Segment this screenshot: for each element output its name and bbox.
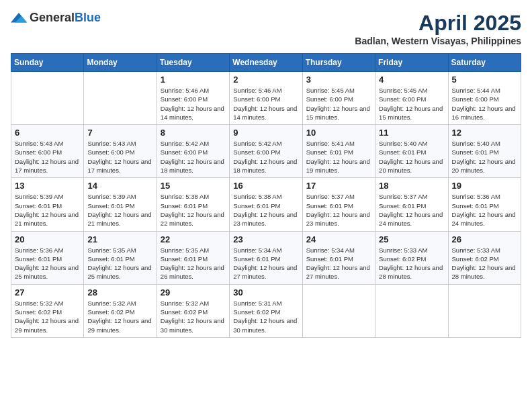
calendar-cell: 4Sunrise: 5:45 AMSunset: 6:00 PMDaylight… [375, 72, 448, 125]
weekday-header-friday: Friday [375, 54, 448, 72]
calendar-cell: 25Sunrise: 5:33 AMSunset: 6:02 PMDayligh… [375, 231, 448, 284]
day-info: Sunrise: 5:39 AMSunset: 6:01 PMDaylight:… [87, 192, 152, 228]
day-number: 25 [379, 234, 444, 244]
day-info: Sunrise: 5:45 AMSunset: 6:00 PMDaylight:… [306, 86, 371, 122]
day-number: 8 [161, 128, 226, 138]
calendar-cell [448, 284, 521, 337]
calendar-cell: 8Sunrise: 5:42 AMSunset: 6:00 PMDaylight… [157, 125, 229, 178]
day-number: 9 [233, 128, 298, 138]
day-info: Sunrise: 5:40 AMSunset: 6:01 PMDaylight:… [452, 139, 517, 175]
weekday-header-tuesday: Tuesday [157, 54, 229, 72]
day-number: 4 [379, 75, 444, 85]
day-number: 17 [306, 181, 371, 191]
day-info: Sunrise: 5:32 AMSunset: 6:02 PMDaylight:… [87, 299, 152, 334]
day-number: 26 [452, 234, 517, 244]
day-info: Sunrise: 5:41 AMSunset: 6:01 PMDaylight:… [306, 139, 371, 175]
calendar-cell: 7Sunrise: 5:43 AMSunset: 6:00 PMDaylight… [84, 125, 157, 178]
day-number: 1 [161, 75, 226, 85]
day-number: 20 [15, 234, 80, 244]
calendar-cell: 1Sunrise: 5:46 AMSunset: 6:00 PMDaylight… [157, 72, 229, 125]
day-info: Sunrise: 5:46 AMSunset: 6:00 PMDaylight:… [233, 86, 298, 122]
day-info: Sunrise: 5:45 AMSunset: 6:00 PMDaylight:… [379, 86, 444, 122]
calendar-cell: 26Sunrise: 5:33 AMSunset: 6:02 PMDayligh… [448, 231, 521, 284]
weekday-header-sunday: Sunday [11, 54, 84, 72]
day-number: 13 [15, 181, 80, 191]
calendar-cell [84, 72, 157, 125]
day-number: 2 [233, 75, 298, 85]
calendar-cell [302, 284, 375, 337]
logo-icon [11, 11, 27, 25]
weekday-header-thursday: Thursday [302, 54, 375, 72]
weekday-header-wednesday: Wednesday [230, 54, 302, 72]
day-info: Sunrise: 5:36 AMSunset: 6:01 PMDaylight:… [452, 192, 517, 228]
calendar-cell: 30Sunrise: 5:31 AMSunset: 6:02 PMDayligh… [230, 284, 302, 337]
day-info: Sunrise: 5:31 AMSunset: 6:02 PMDaylight:… [233, 299, 298, 334]
day-number: 3 [306, 75, 371, 85]
day-info: Sunrise: 5:42 AMSunset: 6:00 PMDaylight:… [161, 139, 226, 175]
day-info: Sunrise: 5:37 AMSunset: 6:01 PMDaylight:… [306, 192, 371, 228]
title-block: April 2025 Badlan, Western Visayas, Phil… [355, 11, 521, 46]
day-info: Sunrise: 5:34 AMSunset: 6:01 PMDaylight:… [306, 246, 371, 281]
logo-general: General [30, 11, 75, 24]
calendar-cell: 14Sunrise: 5:39 AMSunset: 6:01 PMDayligh… [84, 178, 157, 231]
day-info: Sunrise: 5:44 AMSunset: 6:00 PMDaylight:… [452, 86, 517, 122]
calendar-title: April 2025 [355, 11, 521, 36]
calendar-cell: 22Sunrise: 5:35 AMSunset: 6:01 PMDayligh… [157, 231, 229, 284]
calendar-cell: 10Sunrise: 5:41 AMSunset: 6:01 PMDayligh… [302, 125, 375, 178]
calendar-week-3: 13Sunrise: 5:39 AMSunset: 6:01 PMDayligh… [11, 178, 521, 231]
day-info: Sunrise: 5:35 AMSunset: 6:01 PMDaylight:… [161, 246, 226, 281]
day-number: 16 [233, 181, 298, 191]
calendar-week-4: 20Sunrise: 5:36 AMSunset: 6:01 PMDayligh… [11, 231, 521, 284]
calendar-cell: 12Sunrise: 5:40 AMSunset: 6:01 PMDayligh… [448, 125, 521, 178]
day-number: 24 [306, 234, 371, 244]
page-header: GeneralBlue April 2025 Badlan, Western V… [11, 11, 521, 46]
day-number: 7 [87, 128, 152, 138]
day-info: Sunrise: 5:37 AMSunset: 6:01 PMDaylight:… [379, 192, 444, 228]
calendar-cell: 13Sunrise: 5:39 AMSunset: 6:01 PMDayligh… [11, 178, 84, 231]
day-number: 5 [452, 75, 517, 85]
day-info: Sunrise: 5:43 AMSunset: 6:00 PMDaylight:… [87, 139, 152, 175]
day-number: 18 [379, 181, 444, 191]
day-info: Sunrise: 5:40 AMSunset: 6:01 PMDaylight:… [379, 139, 444, 175]
calendar-cell: 24Sunrise: 5:34 AMSunset: 6:01 PMDayligh… [302, 231, 375, 284]
day-info: Sunrise: 5:35 AMSunset: 6:01 PMDaylight:… [87, 246, 152, 281]
calendar-week-1: 1Sunrise: 5:46 AMSunset: 6:00 PMDaylight… [11, 72, 521, 125]
day-number: 30 [233, 287, 298, 298]
calendar-week-2: 6Sunrise: 5:43 AMSunset: 6:00 PMDaylight… [11, 125, 521, 178]
calendar-cell: 19Sunrise: 5:36 AMSunset: 6:01 PMDayligh… [448, 178, 521, 231]
calendar-cell: 20Sunrise: 5:36 AMSunset: 6:01 PMDayligh… [11, 231, 84, 284]
calendar-cell: 21Sunrise: 5:35 AMSunset: 6:01 PMDayligh… [84, 231, 157, 284]
day-number: 12 [452, 128, 517, 138]
calendar-table: SundayMondayTuesdayWednesdayThursdayFrid… [11, 53, 521, 338]
logo: GeneralBlue [11, 11, 101, 25]
day-info: Sunrise: 5:33 AMSunset: 6:02 PMDaylight:… [379, 246, 444, 281]
calendar-cell: 3Sunrise: 5:45 AMSunset: 6:00 PMDaylight… [302, 72, 375, 125]
day-info: Sunrise: 5:42 AMSunset: 6:00 PMDaylight:… [233, 139, 298, 175]
calendar-cell: 6Sunrise: 5:43 AMSunset: 6:00 PMDaylight… [11, 125, 84, 178]
calendar-cell: 5Sunrise: 5:44 AMSunset: 6:00 PMDaylight… [448, 72, 521, 125]
day-number: 10 [306, 128, 371, 138]
calendar-cell: 28Sunrise: 5:32 AMSunset: 6:02 PMDayligh… [84, 284, 157, 337]
day-info: Sunrise: 5:32 AMSunset: 6:02 PMDaylight:… [161, 299, 226, 334]
day-info: Sunrise: 5:46 AMSunset: 6:00 PMDaylight:… [161, 86, 226, 122]
calendar-cell: 9Sunrise: 5:42 AMSunset: 6:00 PMDaylight… [230, 125, 302, 178]
day-info: Sunrise: 5:33 AMSunset: 6:02 PMDaylight:… [452, 246, 517, 281]
day-number: 29 [161, 287, 226, 298]
calendar-cell: 11Sunrise: 5:40 AMSunset: 6:01 PMDayligh… [375, 125, 448, 178]
calendar-cell [11, 72, 84, 125]
calendar-cell [375, 284, 448, 337]
day-number: 23 [233, 234, 298, 244]
day-number: 19 [452, 181, 517, 191]
calendar-cell: 18Sunrise: 5:37 AMSunset: 6:01 PMDayligh… [375, 178, 448, 231]
calendar-cell: 16Sunrise: 5:38 AMSunset: 6:01 PMDayligh… [230, 178, 302, 231]
calendar-cell: 2Sunrise: 5:46 AMSunset: 6:00 PMDaylight… [230, 72, 302, 125]
calendar-cell: 17Sunrise: 5:37 AMSunset: 6:01 PMDayligh… [302, 178, 375, 231]
day-number: 21 [87, 234, 152, 244]
day-info: Sunrise: 5:34 AMSunset: 6:01 PMDaylight:… [233, 246, 298, 281]
calendar-cell: 27Sunrise: 5:32 AMSunset: 6:02 PMDayligh… [11, 284, 84, 337]
logo-blue: Blue [75, 11, 101, 24]
day-number: 6 [15, 128, 80, 138]
day-number: 22 [161, 234, 226, 244]
day-number: 11 [379, 128, 444, 138]
day-info: Sunrise: 5:39 AMSunset: 6:01 PMDaylight:… [15, 192, 80, 228]
